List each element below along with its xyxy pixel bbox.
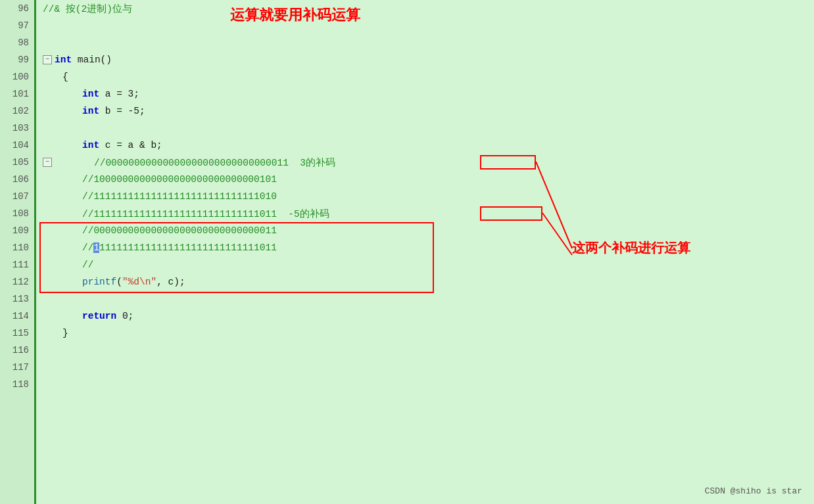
line-numbers: 9697989910010110210310410510610710810911… (0, 0, 36, 504)
line-number: 110 (0, 239, 34, 256)
code-segment: a = 3; (99, 89, 139, 99)
code-line: int c = a & b; (43, 137, 814, 154)
code-segment: int (55, 55, 72, 65)
code-line: //00000000000000000000000000000011 (43, 222, 814, 239)
code-segment: 0; (116, 311, 133, 321)
line-number: 102 (0, 103, 34, 120)
code-line: } (43, 325, 814, 342)
code-line: // (43, 256, 814, 273)
code-segment: b = -5; (99, 106, 145, 116)
code-segment: int (82, 140, 99, 150)
code-segment: } (62, 328, 68, 338)
line-number: 115 (0, 325, 34, 342)
code-line (43, 34, 814, 51)
code-line: −//00000000000000000000000000000011 3的补码 (43, 154, 814, 171)
code-segment: main() (72, 55, 112, 65)
line-number: 96 (0, 0, 34, 17)
code-segment: //10000000000000000000000000000101 (82, 174, 277, 185)
line-number: 103 (0, 120, 34, 137)
code-line: return 0; (43, 308, 814, 325)
line-number: 98 (0, 34, 34, 51)
line-number: 113 (0, 290, 34, 308)
code-area: //& 按(2进制)位与−int main(){int a = 3;int b … (36, 0, 814, 504)
code-segment: //00000000000000000000000000000011 3的补码 (94, 156, 335, 169)
line-number: 116 (0, 342, 34, 359)
code-segment: int (82, 89, 99, 99)
code-segment: ( (116, 277, 122, 287)
code-segment: //00000000000000000000000000000011 (82, 225, 277, 236)
code-segment: { (62, 72, 68, 82)
code-line: int a = 3; (43, 85, 814, 103)
line-number: 101 (0, 85, 34, 103)
code-segment: // (82, 260, 93, 270)
code-segment: //11111111111111111111111111111010 (82, 191, 277, 202)
code-segment: //11111111111111111111111111111011 -5的补码 (82, 208, 329, 220)
code-comment: // (82, 242, 93, 253)
code-line (43, 17, 814, 34)
editor-container: 9697989910010110210310410510610710810911… (0, 0, 814, 504)
code-line: //11111111111111111111111111111010 (43, 188, 814, 205)
code-line: //11111111111111111111111111111011 -5的补码 (43, 205, 814, 222)
line-number: 108 (0, 205, 34, 222)
code-line: −int main() (43, 51, 814, 68)
line-number: 104 (0, 137, 34, 154)
line-number: 100 (0, 68, 34, 85)
code-line (43, 359, 814, 376)
line-number: 109 (0, 222, 34, 239)
code-segment: return (82, 311, 116, 321)
line-number: 99 (0, 51, 34, 68)
code-line: //& 按(2进制)位与 (43, 0, 814, 17)
code-segment: c = a & b; (99, 140, 162, 150)
code-line: //10000000000000000000000000000101 (43, 171, 814, 188)
line-number: 117 (0, 359, 34, 376)
watermark: CSDN @shiho is star (705, 486, 802, 496)
code-line (43, 120, 814, 137)
fold-icon[interactable]: − (43, 55, 52, 64)
code-segment: //& 按(2进制)位与 (43, 3, 132, 15)
code-line: { (43, 68, 814, 85)
code-line (43, 376, 814, 393)
fold-icon[interactable]: − (43, 158, 52, 167)
code-segment: printf (82, 277, 116, 287)
selected-char: 1 (93, 242, 99, 253)
code-line (43, 290, 814, 308)
code-segment: , c); (156, 277, 185, 287)
line-number: 105 (0, 154, 34, 171)
line-number: 97 (0, 17, 34, 34)
code-line (43, 342, 814, 359)
line-number: 111 (0, 256, 34, 273)
code-segment: 1111111111111111111111111111011 (99, 242, 277, 253)
code-segment: int (82, 106, 99, 116)
code-line: //11111111111111111111111111111011 (43, 239, 814, 256)
line-number: 114 (0, 308, 34, 325)
line-number: 107 (0, 188, 34, 205)
line-number: 106 (0, 171, 34, 188)
code-segment: "%d\n" (122, 277, 156, 287)
code-line: int b = -5; (43, 103, 814, 120)
code-line: printf("%d\n", c); (43, 273, 814, 290)
line-number: 118 (0, 376, 34, 393)
line-number: 112 (0, 273, 34, 290)
